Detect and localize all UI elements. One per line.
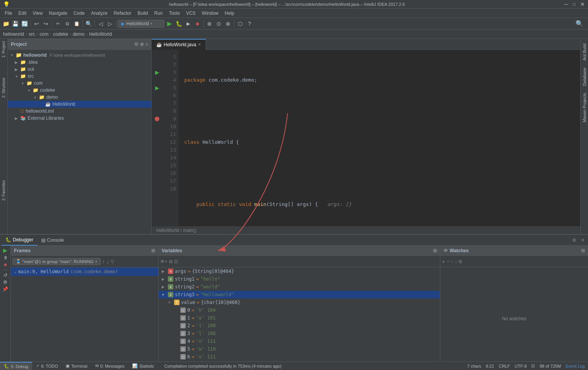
project-expand-button[interactable]: ⊕ <box>140 42 144 47</box>
structure-tab-vertical[interactable]: 2: Structure <box>0 75 7 100</box>
run-coverage-button[interactable]: ▶ <box>184 19 192 28</box>
tree-item-out[interactable]: ▶ 📁 out <box>8 66 151 73</box>
tree-item-helloworld-java[interactable]: ☕ HelloWorld <box>8 101 151 108</box>
tab-close-button[interactable]: ✕ <box>198 42 201 47</box>
var-item-6[interactable]: □ 6 = 'o' 111 <box>159 353 440 361</box>
debug-button[interactable]: 🐛 <box>174 19 183 28</box>
tree-item-helloworld-iml[interactable]: ⬡ helloworld.iml <box>8 108 151 115</box>
var-item-1[interactable]: □ 1 = 'e' 101 <box>159 314 440 322</box>
var-item-string2[interactable]: ▶ s string2 = "world" <box>159 283 440 291</box>
status-tab-statistic[interactable]: 📊 Statistic <box>128 362 158 370</box>
stop-button[interactable]: ■ <box>193 19 202 28</box>
tb-btn-extra3[interactable]: ⊗ <box>224 19 232 28</box>
tb-copy-button[interactable]: ⧉ <box>63 19 72 28</box>
var-view-button[interactable]: ⊡ <box>174 259 178 264</box>
var-item-0[interactable]: □ 0 = 'h' 104 <box>159 306 440 314</box>
debug-settings2-button[interactable]: ⚙ <box>3 279 7 285</box>
menu-item-analyze[interactable]: Analyze <box>88 10 111 17</box>
frames-filter-button[interactable]: ▽ <box>111 259 114 264</box>
frame-item-main[interactable]: ☕ main:9, HelloWorld (com.codeke.demo) <box>11 267 158 276</box>
var-item-2[interactable]: □ 2 = 'l' 108 <box>159 322 440 330</box>
debug-pin-button[interactable]: 📌 <box>2 286 8 292</box>
tb-save-button[interactable]: 💾 <box>11 19 19 28</box>
project-tab-vertical[interactable]: 1: Project <box>0 39 7 60</box>
project-gear-button[interactable]: ≡ <box>145 42 148 47</box>
tb-undo-button[interactable]: ↩ <box>32 19 41 28</box>
maven-projects-tab[interactable]: Maven Projects <box>581 90 588 126</box>
watches-expand-icon[interactable]: ⊞ <box>581 248 585 253</box>
watch-copy-button[interactable]: ⧉ <box>459 259 462 264</box>
debug-restart-button[interactable]: ↺ <box>3 272 7 278</box>
run-button[interactable]: ▶ <box>165 19 174 28</box>
menu-item-view[interactable]: View <box>30 10 46 17</box>
menu-item-file[interactable]: File <box>2 10 15 17</box>
close-button[interactable]: ✕ <box>580 1 585 7</box>
menu-item-build[interactable]: Build <box>134 10 151 17</box>
status-memory[interactable]: 98 of 725M <box>539 364 561 368</box>
menu-item-edit[interactable]: Edit <box>15 10 30 17</box>
run-config-dropdown[interactable]: ▶ HelloWorld ▾ <box>118 20 164 28</box>
tb-search-everywhere[interactable]: 🔍 <box>572 20 586 27</box>
tree-item-idea[interactable]: ▶ 📁 .idea <box>8 59 151 66</box>
tb-paste-button[interactable]: 📋 <box>72 19 81 28</box>
debug-close-button[interactable]: ✕ <box>579 237 586 243</box>
menu-item-navigate[interactable]: Navigate <box>46 10 70 17</box>
frames-expand-icon[interactable]: ⊞ <box>151 248 155 253</box>
tree-item-external-libs[interactable]: ▶ 📚 External Libraries <box>8 115 151 122</box>
var-add-watch[interactable]: 👁+ <box>160 259 168 264</box>
tree-item-src[interactable]: ▾ 📁 src <box>8 73 151 80</box>
watch-down-button[interactable]: ↓ <box>455 259 457 264</box>
menu-item-run[interactable]: Run <box>151 10 166 17</box>
tree-item-codeke[interactable]: ▾ 📁 codeke <box>8 87 151 94</box>
event-log-button[interactable]: Event Log <box>565 364 585 368</box>
tree-item-demo[interactable]: ▾ 📁 demo <box>8 94 151 101</box>
tb-cut-button[interactable]: ✂ <box>54 19 62 28</box>
tree-item-helloworld-root[interactable]: ▾ 📁 helloworld F:\idea workspace\hellowo… <box>8 51 151 59</box>
menu-item-refactor[interactable]: Refactor <box>111 10 134 17</box>
var-item-string3[interactable]: ▾ s string3 = "helloworld" <box>159 291 440 298</box>
breadcrumb-demo[interactable]: demo <box>73 31 84 37</box>
menu-item-window[interactable]: Window <box>199 10 222 17</box>
debugger-tab[interactable]: 🐛 Debugger <box>2 235 37 246</box>
tree-item-com[interactable]: ▾ 📁 com <box>8 80 151 87</box>
thread-dropdown[interactable]: 🧵 "main"@1 in group "main": RUNNING ▾ <box>12 258 101 265</box>
var-item-args[interactable]: ▶ a args = {String[0]@464} <box>159 267 440 275</box>
watch-remove-button[interactable]: − <box>447 259 449 264</box>
var-item-string1[interactable]: ▶ s string1 = "hello" <box>159 275 440 283</box>
var-item-4[interactable]: □ 4 = 'o' 111 <box>159 337 440 345</box>
breadcrumb-helloworld[interactable]: helloworld <box>3 31 24 37</box>
var-item-3[interactable]: □ 3 = 'l' 108 <box>159 330 440 337</box>
tb-open-recent-button[interactable]: 📁 <box>2 19 10 28</box>
breadcrumb-com[interactable]: com <box>40 31 49 37</box>
debug-resume-button[interactable]: ▶ <box>3 247 7 253</box>
status-tab-debug[interactable]: 🐛 5: Debug <box>0 362 32 370</box>
breadcrumb-helloworld-file[interactable]: HelloWorld <box>89 31 112 37</box>
var-item-5[interactable]: □ 5 = 'w' 119 <box>159 345 440 353</box>
breakpoint-dot-9[interactable] <box>155 117 159 121</box>
variables-expand-icon[interactable]: ⊞ <box>433 248 437 253</box>
status-tab-todo[interactable]: ✓ 6: TODO <box>32 362 62 370</box>
ant-build-tab[interactable]: Ant Build <box>581 40 588 64</box>
breadcrumb-codeke[interactable]: codeke <box>53 31 68 37</box>
menu-item-tools[interactable]: Tools <box>166 10 183 17</box>
tb-btn-extra2[interactable]: ⊙ <box>215 19 223 28</box>
debug-stop-button[interactable]: ■ <box>4 262 7 267</box>
tb-forward-button[interactable]: ▷ <box>106 19 114 28</box>
var-item-value[interactable]: ▾ f value = {char[10]@468} <box>159 298 440 306</box>
console-tab[interactable]: ▤ Console <box>37 235 68 246</box>
tb-btn-extra1[interactable]: ⊕ <box>205 19 214 28</box>
frames-up-button[interactable]: ↑ <box>102 258 105 265</box>
menu-item-code[interactable]: Code <box>70 10 88 17</box>
frames-down-button[interactable]: ↓ <box>106 258 109 265</box>
maximize-button[interactable]: □ <box>573 2 576 7</box>
menu-item-help[interactable]: Help <box>222 10 237 17</box>
status-line-sep[interactable]: CRLF <box>499 364 510 368</box>
menu-item-vcs[interactable]: VCS <box>183 10 199 17</box>
tb-back-button[interactable]: ◁ <box>96 19 105 28</box>
tb-sync-button[interactable]: 🔄 <box>20 19 29 28</box>
code-content[interactable]: package com.codeke.demo; class HelloWorl… <box>178 50 580 226</box>
debug-settings-button[interactable]: ⚙ <box>571 237 578 243</box>
watch-up-button[interactable]: ↑ <box>451 259 453 264</box>
tb-find-button[interactable]: 🔍 <box>84 19 93 28</box>
status-tab-messages[interactable]: ✉ 0: Messages <box>91 362 128 370</box>
